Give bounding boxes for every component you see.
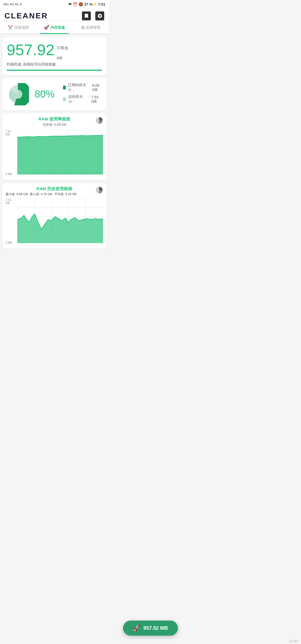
ram-current-title: RAM 使用率曲线: [6, 117, 103, 122]
legend-used-label: 已用内存大小：: [68, 83, 87, 93]
bookmark-icon: [84, 13, 89, 19]
history-min: 最小值: 4.70 GB: [30, 192, 52, 196]
tab-apps-label: 应用管理: [86, 25, 100, 30]
chart-icon-history[interactable]: [95, 186, 103, 194]
pie-chart: [7, 83, 29, 105]
usage-legend: 已用内存大小： 6.09 GB 总内存大小： 7.53 GB: [63, 83, 102, 106]
bookmark-button[interactable]: [82, 11, 91, 20]
ram-history-graph: [17, 198, 103, 244]
ram-history-svg: [17, 198, 103, 243]
legend-total-value: 7.53 GB: [88, 95, 102, 103]
y-min-history: 0 MB: [6, 241, 16, 244]
ram-history-chart-card: RAM 历史使用曲线 最大值: 5.88 GB 最小值: 4.70 GB 平均值…: [2, 183, 106, 249]
status-bar: HD₂ 4G 4G ≋ 👁 ⏰ 🔕 37%⚡ 7:51: [0, 0, 109, 9]
y-max-current: 7.53 GB: [6, 130, 16, 136]
release-label: 可释放: [57, 46, 68, 51]
memory-tab-icon: 🚀: [44, 25, 49, 30]
usage-percent: 80%: [35, 88, 55, 100]
tab-trash[interactable]: ✂️ 垃圾清理: [0, 21, 36, 33]
ram-history-chart-area: 7.53GB 0 MB: [6, 198, 103, 244]
app-title: CLEANER: [4, 11, 48, 20]
tab-memory[interactable]: 🚀 内存加速: [36, 21, 72, 33]
history-stats: 最大值: 5.88 GB 最小值: 4.70 GB 平均值: 5.19 GB: [6, 192, 103, 196]
tab-trash-label: 垃圾清理: [14, 25, 29, 30]
eye-icon: 👁: [68, 2, 72, 6]
legend-total-color: [63, 97, 66, 101]
alarm-icon: ⏰: [73, 2, 77, 6]
chart-y-labels-current: 7.53 GB 0 MB: [6, 130, 16, 176]
bell-mute-icon: 🔕: [79, 2, 83, 6]
ram-current-chart-area: 7.53 GB 0 MB: [6, 130, 103, 176]
release-amount: 957.92: [7, 41, 54, 59]
status-left-icons: HD₂ 4G 4G ≋: [3, 3, 22, 6]
history-chart-pie-icon: [95, 186, 103, 194]
chart-pie-icon: [95, 117, 103, 124]
trash-tab-icon: ✂️: [8, 25, 13, 30]
ram-current-graph: [17, 130, 103, 176]
apps-tab-icon: ⊞: [81, 25, 85, 30]
ram-current-svg: [17, 130, 103, 175]
release-unit-mb: MB: [57, 56, 68, 60]
ram-history-title: RAM 历史使用曲线: [6, 186, 103, 192]
y-max-history: 7.53GB: [6, 198, 16, 205]
usage-card: 80% 已用内存大小： 6.09 GB 总内存大小： 7.53 GB: [2, 78, 106, 110]
chart-y-labels-history: 7.53GB 0 MB: [6, 198, 16, 244]
header-icons: [82, 11, 104, 20]
signal-icons: 4G 4G ≋: [10, 3, 22, 6]
y-min-current: 0 MB: [6, 173, 16, 176]
gear-icon: [97, 13, 103, 19]
legend-used-color: [63, 86, 66, 89]
history-max: 最大值: 5.88 GB: [6, 192, 28, 196]
legend-used: 已用内存大小： 6.09 GB: [63, 83, 102, 93]
chart-icon-current[interactable]: [95, 117, 103, 124]
release-progress-bar: [7, 70, 102, 71]
legend-total-label: 总内存大小：: [68, 94, 86, 104]
tab-apps[interactable]: ⊞ 应用管理: [72, 21, 109, 33]
pie-svg: [7, 83, 29, 105]
legend-total: 总内存大小： 7.53 GB: [63, 94, 102, 104]
app-header: CLEANER: [0, 9, 109, 20]
ram-current-chart-card: RAM 使用率曲线 当前值: 6.09 GB 7.53 GB 0 MB: [2, 113, 106, 180]
settings-button[interactable]: [95, 11, 104, 20]
battery-indicator: 37: [84, 2, 88, 6]
tab-bar: ✂️ 垃圾清理 🚀 内存加速 ⊞ 应用管理: [0, 21, 109, 34]
release-subtitle: 扫描完成, 你现在可以开始加速: [7, 62, 102, 67]
tab-memory-label: 内存加速: [50, 25, 65, 30]
ram-current-subtitle: 当前值: 6.09 GB: [6, 122, 103, 127]
legend-used-value: 6.09 GB: [89, 83, 102, 92]
hd-icon: HD₂: [3, 3, 9, 6]
release-card: 957.92 可释放 MB 扫描完成, 你现在可以开始加速: [2, 37, 106, 75]
status-right: 👁 ⏰ 🔕 37%⚡ 7:51: [68, 2, 105, 6]
time-display: 7:51: [98, 2, 105, 6]
bottom-spacer: [0, 251, 109, 274]
history-avg: 平均值: 5.19 GB: [54, 192, 76, 196]
